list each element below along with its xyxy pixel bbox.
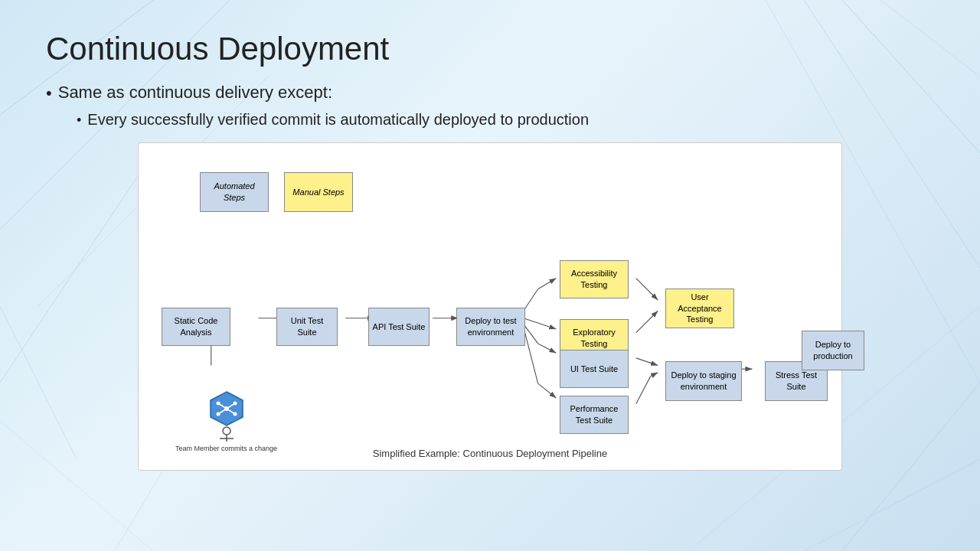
node-accessibility: Accessibility Testing bbox=[560, 260, 629, 298]
team-member-label: Team Member commits a change bbox=[175, 445, 277, 453]
node-deploy-staging: Deploy to staging environment bbox=[665, 361, 742, 401]
svg-line-30 bbox=[651, 373, 658, 377]
legend-manual: Manual Steps bbox=[284, 172, 353, 212]
svg-line-29 bbox=[636, 376, 651, 403]
node-ui-test: UI Test Suite bbox=[560, 350, 629, 388]
node-static-code: Static Code Analysis bbox=[162, 308, 230, 346]
svg-line-21 bbox=[524, 318, 557, 328]
svg-line-23 bbox=[538, 344, 557, 353]
team-member-icon: Team Member commits a change bbox=[175, 388, 277, 453]
node-deploy-production-extra: Deploy to production bbox=[802, 331, 864, 370]
svg-line-19 bbox=[524, 289, 538, 311]
node-user-acceptance: User Acceptance Testing bbox=[665, 289, 734, 328]
svg-line-26 bbox=[636, 278, 658, 299]
diagram-inner: Automated Steps Manual Steps Static Code… bbox=[154, 158, 828, 442]
node-performance: Performance Test Suite bbox=[560, 396, 629, 434]
svg-line-22 bbox=[524, 324, 538, 344]
diagram-wrapper: Automated Steps Manual Steps Static Code… bbox=[138, 142, 842, 471]
svg-line-20 bbox=[538, 278, 557, 289]
node-deploy-test: Deploy to test environment bbox=[456, 308, 525, 346]
slide-content: Continuous Deployment • Same as continuo… bbox=[0, 0, 980, 486]
node-api-test: API Test Suite bbox=[368, 308, 430, 346]
bullet-dot-1: • bbox=[46, 83, 52, 105]
svg-line-27 bbox=[636, 311, 658, 332]
svg-line-24 bbox=[524, 327, 538, 383]
bullet-main-1: • Same as continuous delivery except: bbox=[46, 83, 934, 105]
svg-point-43 bbox=[223, 427, 230, 435]
svg-line-25 bbox=[538, 383, 557, 398]
svg-line-28 bbox=[636, 358, 658, 365]
bullet-main-text-1: Same as continuous delivery except: bbox=[58, 83, 332, 103]
bullet-sub-1: • Every successfully verified commit is … bbox=[77, 111, 934, 130]
slide-title: Continuous Deployment bbox=[46, 31, 934, 67]
node-unit-test: Unit Test Suite bbox=[276, 308, 338, 346]
bullet-sub-text-1: Every successfully verified commit is au… bbox=[87, 111, 589, 129]
bullet-dot-sub-1: • bbox=[77, 111, 81, 130]
legend-automated: Automated Steps bbox=[200, 172, 269, 212]
